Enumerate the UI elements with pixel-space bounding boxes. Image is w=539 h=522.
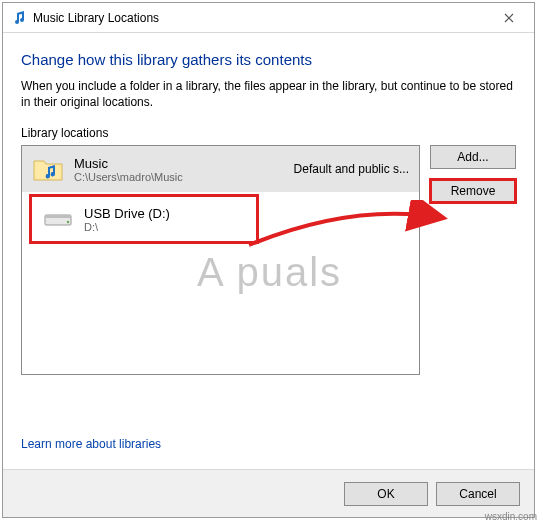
music-library-icon — [11, 10, 27, 26]
list-item-title: Music — [74, 156, 288, 171]
titlebar: Music Library Locations — [3, 3, 534, 33]
list-item-body: Music C:\Users\madro\Music — [74, 156, 288, 183]
drive-icon — [42, 203, 74, 235]
list-item-path: C:\Users\madro\Music — [74, 171, 288, 183]
description-text: When you include a folder in a library, … — [21, 78, 516, 110]
list-item[interactable]: Music C:\Users\madro\Music Default and p… — [22, 146, 419, 192]
list-item[interactable]: USB Drive (D:) D:\ — [29, 194, 259, 244]
svg-point-2 — [67, 221, 69, 223]
source-caption: wsxdin.com — [485, 511, 537, 522]
list-item-body: USB Drive (D:) D:\ — [84, 206, 240, 233]
close-button[interactable] — [488, 5, 530, 31]
dialog-footer: OK Cancel — [3, 469, 534, 517]
cancel-button[interactable]: Cancel — [436, 482, 520, 506]
main-instruction: Change how this library gathers its cont… — [21, 51, 516, 68]
learn-more-link[interactable]: Learn more about libraries — [21, 437, 161, 451]
window-title: Music Library Locations — [33, 11, 488, 25]
dialog-window: Music Library Locations Change how this … — [2, 2, 535, 518]
remove-button[interactable]: Remove — [430, 179, 516, 203]
dialog-content: Change how this library gathers its cont… — [3, 33, 534, 469]
list-item-title: USB Drive (D:) — [84, 206, 240, 221]
folder-music-icon — [32, 153, 64, 185]
list-item-path: D:\ — [84, 221, 240, 233]
section-label: Library locations — [21, 126, 516, 140]
library-locations-list[interactable]: Music C:\Users\madro\Music Default and p… — [21, 145, 420, 375]
list-item-status: Default and public s... — [294, 162, 409, 176]
svg-rect-1 — [45, 215, 71, 218]
side-button-column: Add... Remove — [430, 145, 516, 375]
locations-row: Music C:\Users\madro\Music Default and p… — [21, 145, 516, 375]
ok-button[interactable]: OK — [344, 482, 428, 506]
add-button[interactable]: Add... — [430, 145, 516, 169]
